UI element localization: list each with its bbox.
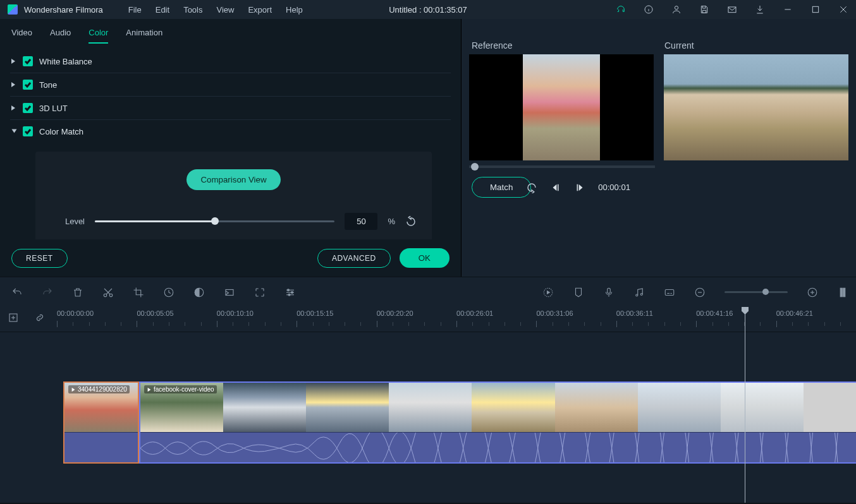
menu-tools[interactable]: Tools [183,5,202,15]
maximize-icon[interactable] [810,4,821,15]
close-icon[interactable] [838,4,848,15]
advanced-button[interactable]: ADVANCED [317,249,391,268]
reference-preview [469,54,654,160]
color-panel: Video Audio Color Animation White Balanc… [0,19,462,277]
chevron-right-icon[interactable] [10,104,18,113]
svg-point-22 [636,294,638,296]
speed-icon[interactable] [163,287,174,298]
reset-match-icon[interactable] [526,182,537,193]
menu-bar: File Edit Tools View Export Help [128,5,303,15]
panel-tabs: Video Audio Color Animation [0,19,461,50]
level-label: Level [51,217,85,226]
svg-point-3 [675,6,678,9]
green-screen-icon[interactable] [224,287,235,298]
expand-icon[interactable] [254,287,266,298]
chevron-right-icon[interactable] [10,80,18,90]
menu-view[interactable]: View [216,5,234,15]
preview-timecode: 00:00:01 [598,183,630,192]
color-icon[interactable] [193,287,205,298]
section-color-match[interactable]: Color Match [10,120,451,143]
svg-rect-6 [812,6,818,12]
minimize-icon[interactable] [783,4,793,15]
menu-help[interactable]: Help [286,5,303,15]
ok-button[interactable]: OK [400,248,449,268]
timeline: 00:00:00:00 00:00:05:05 00:00:10:10 00:0… [0,307,856,503]
playhead[interactable] [745,307,745,503]
svg-point-18 [291,291,293,293]
delete-icon[interactable] [72,287,83,298]
scrub-thumb[interactable] [471,163,479,171]
section-3d-lut[interactable]: 3D LUT [10,97,451,120]
svg-point-17 [288,289,290,291]
section-label: Tone [39,80,57,90]
svg-rect-4 [728,7,736,13]
tab-audio[interactable]: Audio [50,28,71,44]
color-match-controls: Comparison View Level 50 % [35,152,432,239]
app-logo-icon [8,4,18,15]
checkbox-color-match[interactable] [23,126,33,136]
tab-video[interactable]: Video [11,28,32,44]
svg-rect-24 [665,289,674,295]
percent-label: % [388,217,395,226]
level-slider[interactable] [95,220,334,222]
fit-icon[interactable] [837,287,845,298]
marker-icon[interactable] [573,287,584,298]
audio-mixer-icon[interactable] [633,287,645,298]
svg-rect-33 [843,288,845,297]
support-icon[interactable] [616,4,626,15]
menu-file[interactable]: File [128,5,142,15]
tab-animation[interactable]: Animation [126,28,162,44]
add-track-icon[interactable] [8,312,19,323]
ruler-tick: 00:00:20:20 [377,309,413,317]
checkbox-white-balance[interactable] [23,56,33,66]
mail-icon[interactable] [727,4,737,15]
current-preview [664,54,848,160]
save-icon[interactable] [699,4,709,15]
zoom-slider[interactable] [725,291,788,293]
slider-thumb[interactable] [211,217,219,225]
reset-button[interactable]: RESET [11,249,68,268]
cut-icon[interactable] [102,287,114,298]
comparison-view-button[interactable]: Comparison View [186,169,280,190]
project-title: Untitled : 00:01:35:07 [389,5,467,15]
voiceover-icon[interactable] [603,287,614,298]
zoom-thumb[interactable] [762,289,769,295]
undo-icon[interactable] [11,287,23,298]
info-icon[interactable] [644,4,654,15]
timeline-clip-1[interactable]: 34044129002820 [63,381,139,464]
timeline-ruler[interactable]: 00:00:00:00 00:00:05:05 00:00:10:10 00:0… [0,307,856,332]
preview-panel: Reference Current Match 00:00:01 [462,19,856,277]
redo-icon[interactable] [42,287,53,298]
zoom-out-icon[interactable] [694,287,706,298]
checkbox-3d-lut[interactable] [23,103,33,113]
preview-scrubber[interactable] [469,165,655,168]
level-value[interactable]: 50 [345,213,377,230]
reset-level-icon[interactable] [405,216,417,227]
zoom-in-icon[interactable] [807,287,818,298]
match-button[interactable]: Match [472,177,531,198]
prev-frame-icon[interactable] [550,182,561,193]
subtitle-icon[interactable] [664,287,675,298]
checkbox-tone[interactable] [23,80,33,90]
download-icon[interactable] [755,4,765,15]
section-label: 3D LUT [39,104,68,113]
section-tone[interactable]: Tone [10,73,451,97]
account-icon[interactable] [671,4,682,15]
clip-name: 34044129002820 [78,386,127,393]
crop-icon[interactable] [133,287,144,298]
timeline-clip-2[interactable]: facebook-cover-video [139,381,856,464]
chevron-down-icon[interactable] [9,128,19,135]
chevron-right-icon[interactable] [10,57,18,66]
ruler-tick: 00:00:41:16 [696,309,733,317]
section-white-balance[interactable]: White Balance [10,50,451,73]
link-icon[interactable] [34,312,46,323]
tab-color[interactable]: Color [89,28,108,44]
title-bar: Wondershare Filmora File Edit Tools View… [0,0,856,19]
settings-icon[interactable] [284,287,296,298]
timeline-toolbar [0,277,856,307]
menu-edit[interactable]: Edit [156,5,169,15]
render-icon[interactable] [542,287,554,298]
app-name: Wondershare Filmora [24,5,103,15]
next-frame-icon[interactable] [574,182,585,193]
menu-export[interactable]: Export [248,5,272,15]
